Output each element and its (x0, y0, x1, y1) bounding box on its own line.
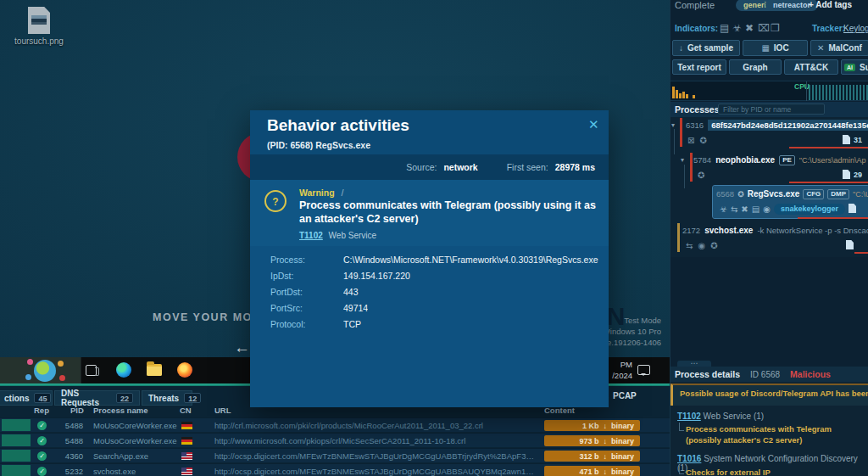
detail-row-portsrc: PortSrc: 49714 (270, 303, 601, 313)
task-view-icon[interactable] (86, 365, 97, 376)
process-path: "C:\U (853, 190, 868, 199)
tab-label: DNS Requests (61, 389, 111, 407)
desktop-file-icon[interactable]: toursuch.png (12, 7, 66, 46)
technique-link[interactable]: T1102 (677, 412, 701, 421)
verdict-malicious: Malicious (790, 369, 831, 379)
timeline-cell (2, 450, 31, 462)
heart-dot (58, 361, 64, 367)
process-name: svchost.exe (704, 226, 753, 235)
files-modified-icon[interactable] (843, 135, 850, 144)
row-url: http://crl.microsoft.com/pki/crl/product… (214, 421, 538, 430)
heart-dot (25, 374, 31, 380)
ai-summary-button[interactable]: AI Sum (841, 59, 868, 75)
network-swap-icon[interactable]: ⇆ (686, 241, 693, 250)
file-explorer-icon[interactable] (147, 364, 162, 376)
process-row-5784[interactable]: ▾ 5784 neophobia.exe PE "C:\Users\admin\… (670, 152, 868, 184)
processes-header: Processes (670, 102, 868, 117)
detail-label: Process: (270, 255, 343, 265)
screen-event-icon[interactable]: ⊠ (687, 136, 694, 145)
files-modified-icon[interactable] (843, 170, 850, 179)
files-modified-icon[interactable] (846, 240, 854, 249)
expander-icon[interactable]: ▾ (671, 121, 675, 129)
content-download-pill[interactable]: 471 b ↓ binary (544, 466, 640, 476)
malicious-activity-line (789, 147, 868, 148)
technique-item[interactable]: Process communicates with Telegram (poss… (686, 424, 865, 445)
content-download-pill[interactable]: 312 b ↓ binary (544, 451, 640, 462)
ioc-button[interactable]: ▦ IOC (743, 40, 808, 56)
cfg-badge[interactable]: CFG (803, 189, 824, 199)
message-indicator-icon[interactable]: ⌧ (758, 22, 770, 34)
button-label: Get sample (687, 43, 733, 53)
firefox-browser-icon[interactable] (177, 362, 192, 378)
badge-icon[interactable]: ✪ (699, 136, 706, 145)
col-rep: Rep (34, 406, 49, 415)
tab-threats[interactable]: Threats 12 (142, 390, 192, 406)
table-row[interactable]: ✓ 5488 MoUsoCoreWorker.exe http://crl.mi… (0, 417, 670, 432)
table-row[interactable]: ✓ 5488 MoUsoCoreWorker.exe http://www.mi… (0, 433, 670, 447)
tab-label: Threats (148, 394, 179, 403)
process-details-header: Process details ID 6568 Malicious (670, 367, 868, 382)
detail-label: IpDst: (270, 271, 343, 281)
technique-link[interactable]: T1016 (677, 454, 701, 463)
tab-dns-requests[interactable]: DNS Requests 22 (54, 390, 140, 406)
process-row-2172[interactable]: 2172 svchost.exe -k NetworkService -p -s… (670, 222, 868, 255)
report-icon[interactable]: ▤ (752, 204, 760, 214)
tools-icon[interactable]: ✖ (741, 204, 748, 214)
download-pcap-button[interactable]: ↓ PCAP (605, 391, 637, 400)
graph-button[interactable]: Graph (729, 59, 782, 75)
badge-icon[interactable]: ✪ (710, 241, 717, 250)
warning-level: Warning / (299, 188, 343, 198)
badge-icon[interactable]: ✪ (698, 171, 704, 180)
malware-indicator-icon[interactable]: ☣ (732, 22, 742, 34)
text-report-button[interactable]: Text report (672, 59, 726, 75)
graph-divider (806, 81, 807, 101)
col-url: URL (214, 406, 231, 415)
malconf-button[interactable]: ✕ MalConf (810, 40, 868, 56)
close-icon[interactable]: ✕ (588, 117, 599, 132)
biohazard-icon[interactable]: ☣ (720, 204, 727, 214)
content-size: 312 b (550, 452, 598, 461)
report-indicator-icon[interactable]: ▤ (720, 22, 729, 34)
malicious-activity-line (789, 182, 868, 183)
process-row-6316[interactable]: ▾ 6316 68f5247bd24e8d5d121902a2701448fe1… (670, 117, 868, 149)
detail-value: 49714 (343, 303, 368, 313)
reputation-check-icon: ✓ (37, 436, 47, 445)
table-row[interactable]: ✓ 4360 SearchApp.exe http://ocsp.digicer… (0, 448, 670, 462)
row-url: http://www.microsoft.com/pkiops/crl/MicS… (214, 436, 538, 445)
table-row[interactable]: ✓ 5232 svchost.exe http://ocsp.digicert.… (0, 463, 670, 476)
network-swap-icon[interactable]: ⇆ (731, 204, 737, 214)
technique-link[interactable]: T1102 (299, 231, 323, 240)
bulb-icon[interactable]: ◉ (763, 204, 771, 214)
table-header: Rep PID Process name CN URL Content (0, 406, 670, 417)
cpu-bar (676, 90, 678, 98)
reputation-check-icon: ✓ (37, 421, 47, 430)
detail-label: PortDst: (270, 287, 343, 297)
dmp-badge[interactable]: DMP (827, 189, 849, 199)
api-usage-warning: Possible usage of Discord/Telegram API h… (670, 384, 868, 406)
add-tags-button[interactable]: + Add tags (809, 0, 852, 9)
tab-connections[interactable]: ctions 45 (0, 390, 53, 406)
technique-name: Web Service (1) (704, 412, 765, 421)
col-process-name: Process name (93, 406, 147, 415)
edge-browser-icon[interactable] (116, 362, 131, 378)
expander-icon[interactable]: ▾ (681, 156, 684, 164)
warning-slash: / (342, 188, 344, 198)
cpu-bar (686, 94, 688, 98)
malware-family-tag[interactable]: snakekeylogger (774, 204, 845, 215)
tools-indicator-icon[interactable]: ✖ (745, 22, 754, 34)
copy-indicator-icon[interactable]: ❐ (771, 22, 780, 34)
bulb-icon[interactable]: ◉ (698, 241, 705, 250)
technique-item[interactable]: Checks for external IP (686, 468, 865, 476)
content-download-pill[interactable]: 973 b ↓ binary (544, 435, 640, 446)
files-modified-icon[interactable] (849, 204, 856, 213)
content-download-pill[interactable]: 1 Kb ↓ binary (544, 420, 640, 431)
tracker-link[interactable]: Keylogg (843, 24, 868, 33)
wrench-icon: ✕ (817, 43, 824, 53)
process-row-6568-selected[interactable]: 6568 ✪ RegSvcs.exe CFG DMP "C:\U ☣ ⇆ ✖ ▤… (713, 186, 868, 218)
process-filter-input[interactable] (718, 104, 825, 115)
notification-center-icon[interactable] (637, 365, 650, 375)
pe-badge[interactable]: PE (779, 155, 795, 165)
get-sample-button[interactable]: ↓ Get sample (672, 40, 740, 56)
button-label: Graph (743, 63, 767, 72)
attck-button[interactable]: ATT&CK (784, 59, 838, 75)
